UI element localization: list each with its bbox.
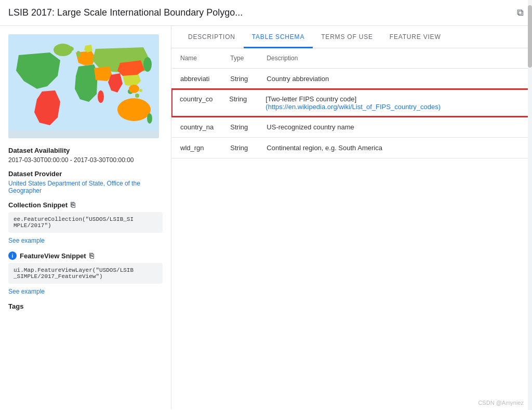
dataset-availability-value: 2017-03-30T00:00:00 - 2017-03-30T00:00:0…	[8, 156, 163, 164]
col-header-name: Name	[172, 48, 222, 69]
scrollbar[interactable]	[528, 0, 532, 410]
copy-icon-feature-view[interactable]: ⎘	[89, 252, 94, 260]
tab-feature-view[interactable]: FEATURE VIEW	[381, 26, 449, 48]
world-map	[8, 34, 159, 138]
svg-point-20	[65, 46, 74, 51]
svg-point-12	[117, 98, 151, 121]
cell-type: String	[222, 89, 258, 116]
page-title: LSIB 2017: Large Scale International Bou…	[8, 7, 243, 18]
cell-description: [Two-letter FIPS country code] (https://…	[258, 89, 531, 116]
svg-point-21	[147, 113, 152, 124]
tab-terms-of-use[interactable]: TERMS OF USE	[313, 26, 381, 48]
svg-point-11	[143, 57, 152, 72]
svg-point-16	[139, 89, 142, 92]
table-row: country_naStringUS-recognized country na…	[172, 116, 531, 138]
svg-point-18	[76, 51, 81, 57]
feature-view-code: ui.Map.FeatureViewLayer("USDOS/LSIB _SIM…	[8, 263, 163, 284]
dataset-provider-link[interactable]: United States Department of State, Offic…	[8, 180, 163, 194]
main-layout: Dataset Availability 2017-03-30T00:00:00…	[0, 26, 532, 409]
cell-name: country_na	[172, 116, 222, 138]
dataset-provider-title: Dataset Provider	[8, 170, 163, 178]
right-panel: DESCRIPTION TABLE SCHEMA TERMS OF USE FE…	[171, 26, 532, 409]
collection-snippet-code: ee.FeatureCollection("USDOS/LSIB_SI MPLE…	[8, 212, 163, 233]
left-panel: Dataset Availability 2017-03-30T00:00:00…	[0, 26, 171, 409]
cell-type: String	[222, 69, 258, 90]
cell-name: abbreviati	[172, 69, 222, 90]
description-link[interactable]: (https://en.wikipedia.org/wiki/List_of_F…	[265, 103, 441, 111]
cell-description: US-recognized country name	[258, 116, 531, 138]
collection-snippet-label: Collection Snippet	[8, 201, 68, 209]
info-icon: i	[8, 252, 17, 260]
external-link-icon[interactable]: ⧉	[517, 7, 524, 18]
scroll-thumb[interactable]	[528, 5, 532, 68]
cell-description: Continental region, e.g. South America	[258, 138, 531, 158]
tabs-bar: DESCRIPTION TABLE SCHEMA TERMS OF USE FE…	[171, 26, 532, 48]
collection-snippet-title: Collection Snippet ⎘	[8, 201, 163, 209]
tab-description[interactable]: DESCRIPTION	[180, 26, 244, 48]
feature-view-label: FeatureView Snippet	[20, 252, 86, 260]
svg-rect-13	[8, 130, 159, 138]
feature-view-snippet-title: i FeatureView Snippet ⎘	[8, 252, 163, 260]
see-example-link-2[interactable]: See example	[8, 288, 163, 295]
cell-name: wld_rgn	[172, 138, 222, 158]
table-row: country_coString[Two-letter FIPS country…	[172, 89, 531, 116]
table-row: abbreviatiStringCountry abbreviation	[172, 69, 531, 90]
svg-point-15	[135, 94, 139, 98]
schema-table-container: Name Type Description abbreviatiStringCo…	[171, 48, 532, 409]
copy-icon-collection[interactable]: ⎘	[71, 201, 75, 209]
cell-description: Country abbreviation	[258, 69, 531, 90]
col-header-type: Type	[222, 48, 258, 69]
see-example-link-1[interactable]: See example	[8, 237, 163, 244]
col-header-description: Description	[258, 48, 531, 69]
svg-point-22	[129, 85, 139, 93]
watermark: CSDN @Amyniez	[478, 400, 524, 406]
table-row: wld_rgnStringContinental region, e.g. So…	[172, 138, 531, 158]
cell-type: String	[222, 138, 258, 158]
dataset-availability-title: Dataset Availability	[8, 147, 163, 154]
cell-name: country_co	[172, 89, 222, 116]
schema-table: Name Type Description abbreviatiStringCo…	[171, 48, 532, 158]
tags-title: Tags	[8, 302, 163, 310]
svg-point-17	[98, 90, 104, 103]
title-bar: LSIB 2017: Large Scale International Bou…	[0, 0, 532, 26]
cell-type: String	[222, 116, 258, 138]
tab-table-schema[interactable]: TABLE SCHEMA	[244, 26, 313, 48]
